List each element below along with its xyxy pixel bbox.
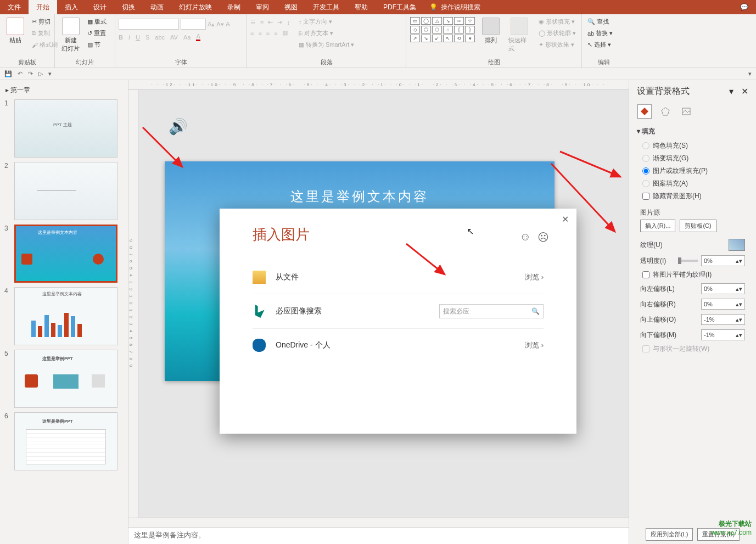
radio-pattern-fill[interactable]: 图案填充(A) bbox=[637, 177, 748, 190]
slide-thumb-4[interactable]: 这里是举例文本内容 bbox=[14, 287, 117, 345]
horizontal-scrollbar[interactable] bbox=[128, 518, 629, 528]
strike-button[interactable]: S bbox=[145, 34, 149, 41]
transparency-slider[interactable] bbox=[678, 260, 698, 262]
replace-button[interactable]: ab替换 ▾ bbox=[585, 28, 615, 38]
qat-more-icon[interactable]: ▾ bbox=[48, 70, 52, 77]
dialog-close-icon[interactable]: ✕ bbox=[562, 214, 569, 225]
smile-icon[interactable]: ☺ bbox=[520, 231, 531, 244]
tab-help[interactable]: 帮助 bbox=[347, 0, 376, 14]
new-slide-button[interactable]: 新建 幻灯片 bbox=[58, 16, 83, 54]
text-direction-button[interactable]: ↕文字方向 ▾ bbox=[296, 16, 356, 27]
slide-thumb-5[interactable]: 这里是举例PPT bbox=[14, 350, 117, 408]
select-button[interactable]: ↖选择 ▾ bbox=[585, 40, 615, 50]
bold-button[interactable]: B bbox=[119, 34, 123, 41]
tab-file[interactable]: 文件 bbox=[0, 0, 29, 14]
check-tile[interactable]: 将图片平铺为纹理(I) bbox=[637, 268, 748, 281]
layout-button[interactable]: ▦版式 bbox=[85, 16, 109, 27]
section-button[interactable]: ▤节 bbox=[85, 40, 109, 50]
slide-thumbnails-panel[interactable]: ▸ 第一章 1 PPT 主题 2 ————————— 3 这里是举例文本内容 4… bbox=[0, 80, 128, 544]
tab-developer[interactable]: 开发工具 bbox=[305, 0, 347, 14]
bullets-button[interactable]: ☰ bbox=[250, 19, 256, 26]
align-text-button[interactable]: ⎘对齐文本 ▾ bbox=[296, 28, 356, 38]
save-icon[interactable]: 💾 bbox=[4, 70, 12, 77]
justify-button[interactable]: ≡ bbox=[274, 30, 277, 36]
reset-background-button[interactable]: 重置背景(B) bbox=[697, 528, 740, 541]
offset-left-spinner[interactable]: 0%▴▾ bbox=[701, 283, 745, 294]
shape-fill-button[interactable]: ◉形状填充 ▾ bbox=[536, 16, 578, 27]
clipboard-image-button[interactable]: 剪贴板(C) bbox=[680, 220, 716, 232]
paste-button[interactable]: 粘贴 bbox=[3, 16, 27, 46]
tab-record[interactable]: 录制 bbox=[220, 0, 248, 14]
frown-icon[interactable]: ☹ bbox=[537, 231, 549, 244]
tab-design[interactable]: 设计 bbox=[86, 0, 114, 14]
find-button[interactable]: 🔍查找 bbox=[585, 16, 615, 27]
font-size-select[interactable] bbox=[181, 19, 206, 30]
fill-tab-icon[interactable] bbox=[637, 104, 652, 119]
indent-dec-button[interactable]: ⇤ bbox=[268, 19, 273, 26]
redo-icon[interactable]: ↷ bbox=[28, 70, 33, 77]
undo-icon[interactable]: ↶ bbox=[18, 70, 23, 77]
numbering-button[interactable]: ≡ bbox=[260, 19, 264, 26]
tab-slideshow[interactable]: 幻灯片放映 bbox=[171, 0, 220, 14]
onedrive-row[interactable]: OneDrive - 个人 浏览 › bbox=[253, 329, 544, 362]
align-right-button[interactable]: ≡ bbox=[266, 30, 270, 36]
shadow-button[interactable]: abc bbox=[155, 34, 165, 41]
font-color-button[interactable]: A bbox=[196, 33, 200, 41]
radio-picture-fill[interactable]: 图片或纹理填充(P) bbox=[637, 165, 748, 177]
slide-thumb-6[interactable]: 这里是举例PPT bbox=[14, 412, 117, 470]
reset-button[interactable]: ↺重置 bbox=[85, 28, 109, 38]
increase-font-icon[interactable]: A▴ bbox=[208, 21, 215, 28]
browse-onedrive-link[interactable]: 浏览 › bbox=[525, 340, 544, 350]
section-header[interactable]: ▸ 第一章 bbox=[0, 83, 128, 97]
picture-tab-icon[interactable] bbox=[679, 104, 694, 119]
italic-button[interactable]: I bbox=[128, 34, 130, 41]
decrease-font-icon[interactable]: A▾ bbox=[216, 21, 223, 28]
columns-button[interactable]: ▥ bbox=[282, 29, 288, 36]
texture-picker[interactable] bbox=[729, 239, 745, 251]
align-center-button[interactable]: ≡ bbox=[258, 30, 261, 36]
collapse-ribbon-icon[interactable]: ▾ bbox=[748, 70, 752, 77]
arrange-button[interactable]: 排列 bbox=[479, 16, 503, 46]
apply-to-all-button[interactable]: 应用到全部(L) bbox=[646, 528, 693, 541]
smartart-button[interactable]: ▦转换为 SmartArt ▾ bbox=[296, 40, 356, 50]
slide-thumb-3[interactable]: 这里是举例文本内容 bbox=[14, 225, 117, 283]
comments-icon[interactable]: 💬 bbox=[732, 3, 756, 11]
speaker-icon[interactable]: 🔊 bbox=[169, 117, 188, 137]
slide-thumb-1[interactable]: PPT 主题 bbox=[14, 99, 117, 158]
pane-close-icon[interactable]: ✕ bbox=[741, 87, 748, 96]
offset-bottom-spinner[interactable]: -1%▴▾ bbox=[701, 329, 745, 340]
check-hide-bg[interactable]: 隐藏背景图形(H) bbox=[637, 190, 748, 203]
tab-view[interactable]: 视图 bbox=[277, 0, 305, 14]
shapes-gallery[interactable]: ▭◯△↘⇨☆ ◇⬠⬡⌂{} ↗↘↙↖⟲▾ bbox=[410, 16, 477, 43]
shape-effects-button[interactable]: ✦形状效果 ▾ bbox=[536, 40, 578, 50]
offset-top-spinner[interactable]: -1%▴▾ bbox=[701, 314, 745, 325]
fill-section-header[interactable]: ▾ 填充 bbox=[637, 127, 748, 136]
insert-image-button[interactable]: 插入(R)... bbox=[640, 220, 675, 232]
font-family-select[interactable] bbox=[119, 19, 179, 30]
tab-insert[interactable]: 插入 bbox=[57, 0, 86, 14]
offset-right-spinner[interactable]: 0%▴▾ bbox=[701, 299, 745, 310]
underline-button[interactable]: U bbox=[136, 34, 140, 41]
tell-me-search[interactable]: 💡 操作说明搜索 bbox=[424, 3, 480, 12]
line-spacing-button[interactable]: ↕ bbox=[287, 19, 290, 26]
effects-tab-icon[interactable] bbox=[658, 104, 673, 119]
spacing-button[interactable]: AV bbox=[170, 34, 178, 41]
align-left-button[interactable]: ≡ bbox=[250, 30, 254, 36]
slide-thumb-2[interactable]: ————————— bbox=[14, 162, 117, 220]
tab-home[interactable]: 开始 bbox=[29, 0, 57, 14]
notes-pane[interactable]: 这里是举例备注内容。 bbox=[128, 528, 629, 544]
quick-styles-button[interactable]: 快速样式 bbox=[505, 16, 534, 54]
start-slideshow-icon[interactable]: ▷ bbox=[38, 70, 43, 77]
tab-transition[interactable]: 切换 bbox=[114, 0, 143, 14]
tab-pdf[interactable]: PDF工具集 bbox=[376, 0, 424, 14]
shape-outline-button[interactable]: ◯形状轮廓 ▾ bbox=[536, 28, 578, 38]
transparency-spinner[interactable]: 0%▴▾ bbox=[701, 255, 745, 266]
indent-inc-button[interactable]: ⇥ bbox=[277, 19, 282, 26]
browse-file-link[interactable]: 浏览 › bbox=[525, 272, 544, 282]
bing-search-input[interactable]: 搜索必应 🔍 bbox=[439, 304, 544, 318]
radio-solid-fill[interactable]: 纯色填充(S) bbox=[637, 139, 748, 152]
from-file-row[interactable]: 从文件 浏览 › bbox=[253, 261, 544, 294]
case-button[interactable]: Aa bbox=[183, 34, 191, 41]
clear-format-icon[interactable]: A̶ bbox=[226, 21, 230, 28]
tab-animation[interactable]: 动画 bbox=[143, 0, 171, 14]
